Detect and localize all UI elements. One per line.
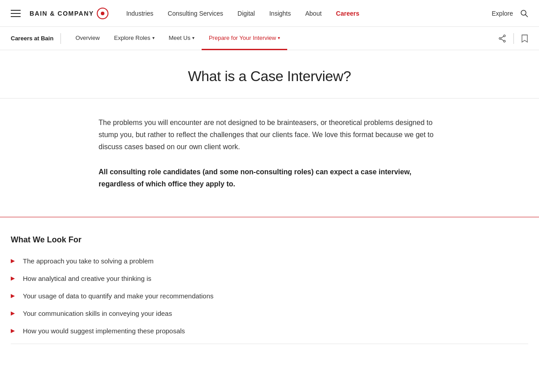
bullet-arrow-icon: ▶ <box>11 275 15 281</box>
actions-divider <box>513 33 514 44</box>
secondary-navigation: Careers at Bain Overview Explore Roles ▾… <box>0 27 539 50</box>
body-text-area: The problems you will encounter are not … <box>0 99 539 217</box>
logo-icon <box>97 8 108 19</box>
nav-item-careers[interactable]: Careers <box>336 10 359 17</box>
look-for-title: What We Look For <box>11 235 528 245</box>
bullet-arrow-icon: ▶ <box>11 293 15 299</box>
section-title-area: What is a Case Interview? <box>0 50 539 99</box>
bullet-arrow-icon: ▶ <box>11 327 15 334</box>
look-for-list: ▶ The approach you take to solving a pro… <box>11 257 528 335</box>
chevron-down-icon: ▾ <box>152 35 155 40</box>
sec-nav-prepare-interview[interactable]: Prepare for Your Interview ▾ <box>202 27 287 50</box>
brand-name: BAIN & COMPANY <box>30 10 94 17</box>
svg-point-2 <box>504 35 505 37</box>
search-button[interactable] <box>520 9 528 17</box>
svg-line-6 <box>501 39 504 40</box>
list-item: ▶ How you would suggest implementing the… <box>11 327 528 335</box>
nav-item-about[interactable]: About <box>305 10 322 17</box>
intro-paragraph: The problems you will encounter are not … <box>99 116 440 153</box>
main-nav: Industries Consulting Services Digital I… <box>126 10 492 17</box>
list-item: ▶ How analytical and creative your think… <box>11 275 528 282</box>
nav-item-consulting[interactable]: Consulting Services <box>168 10 223 17</box>
secondary-nav-actions <box>498 33 528 44</box>
nav-item-insights[interactable]: Insights <box>269 10 291 17</box>
hamburger-menu[interactable] <box>11 10 21 17</box>
svg-line-5 <box>501 36 504 38</box>
svg-line-1 <box>526 14 528 17</box>
chevron-down-icon: ▾ <box>192 35 194 40</box>
explore-button[interactable]: Explore <box>492 10 513 17</box>
svg-point-3 <box>504 40 505 42</box>
share-button[interactable] <box>498 34 506 43</box>
page-title: What is a Case Interview? <box>11 68 528 85</box>
list-item: ▶ Your usage of data to quantify and mak… <box>11 292 528 300</box>
bookmark-button[interactable] <box>521 34 528 43</box>
sec-nav-explore-roles[interactable]: Explore Roles ▾ <box>107 27 162 50</box>
nav-item-digital[interactable]: Digital <box>237 10 255 17</box>
section-label: Careers at Bain <box>11 35 53 42</box>
nav-divider <box>60 33 61 44</box>
list-item: ▶ The approach you take to solving a pro… <box>11 257 528 265</box>
bold-paragraph: All consulting role candidates (and some… <box>99 166 440 190</box>
nav-item-industries[interactable]: Industries <box>126 10 154 17</box>
look-for-section: What We Look For ▶ The approach you take… <box>0 217 539 362</box>
main-content: What is a Case Interview? The problems y… <box>0 50 539 362</box>
logo[interactable]: BAIN & COMPANY <box>30 8 108 19</box>
secondary-nav-items: Overview Explore Roles ▾ Meet Us ▾ Prepa… <box>68 27 498 50</box>
bottom-divider <box>11 344 528 344</box>
nav-right: Explore <box>492 9 528 17</box>
list-item: ▶ Your communication skills in conveying… <box>11 310 528 317</box>
chevron-down-icon: ▾ <box>278 35 280 40</box>
bullet-arrow-icon: ▶ <box>11 258 15 264</box>
top-navigation: BAIN & COMPANY Industries Consulting Ser… <box>0 0 539 27</box>
bullet-arrow-icon: ▶ <box>11 310 15 316</box>
sec-nav-meet-us[interactable]: Meet Us ▾ <box>162 27 202 50</box>
sec-nav-overview[interactable]: Overview <box>68 27 107 50</box>
